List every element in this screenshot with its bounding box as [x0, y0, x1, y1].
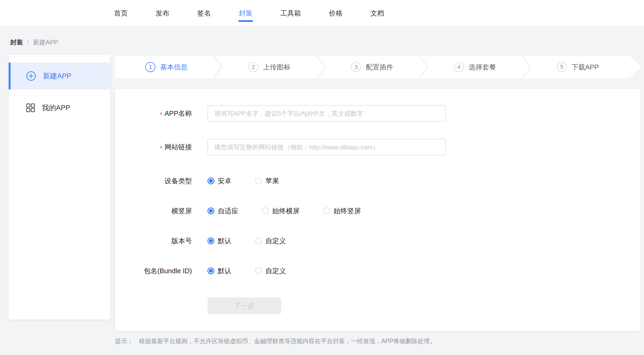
chevron-right-icon [212, 56, 224, 78]
device-type-radio-group: 安卓 苹果 [207, 176, 279, 186]
app-name-input[interactable] [207, 105, 446, 122]
nav-item-toolbox[interactable]: 工具箱 [280, 0, 301, 26]
step-number-badge: 1 [145, 62, 155, 72]
radio-selected-icon [207, 207, 214, 214]
form-row-device-type: 设备类型 安卓 苹果 [115, 177, 641, 185]
radio-android[interactable]: 安卓 [207, 176, 231, 186]
chevron-right-icon [315, 56, 327, 78]
chevron-right-icon [418, 56, 429, 78]
sidebar-item-new-app[interactable]: 新建APP [9, 63, 110, 89]
nav-item-package[interactable]: 封装 [239, 0, 252, 26]
step-number-badge: 5 [557, 62, 567, 72]
next-step-button[interactable]: 下一步 [207, 297, 281, 314]
radio-unselected-icon [262, 207, 269, 214]
site-url-label: * 网站链接 [115, 143, 192, 152]
breadcrumb-root[interactable]: 封装 [10, 38, 23, 47]
required-asterisk: * [160, 143, 162, 152]
sidebar-item-label: 新建APP [43, 71, 71, 81]
form-row-submit: 下一步 [115, 297, 641, 314]
nav-item-home[interactable]: 首页 [114, 0, 128, 26]
bundle-id-radio-group: 默认 自定义 [207, 266, 286, 276]
wizard-step-download-app: 5 下载APP [526, 56, 629, 78]
step-label: 选择套餐 [469, 63, 496, 72]
nav-item-docs[interactable]: 文档 [370, 0, 384, 26]
top-navbar: 首页 发布 签名 封装 工具箱 价格 文档 [0, 0, 644, 27]
main-content: 1 基本信息 2 上传图标 3 配置插件 4 选择套餐 5 下载APP [115, 56, 641, 78]
form-row-version: 版本号 默认 自定义 [115, 237, 641, 245]
sidebar-item-label: 我的APP [42, 103, 70, 113]
radio-always-landscape[interactable]: 始终横屏 [262, 206, 300, 216]
step-number-badge: 3 [351, 62, 361, 72]
radio-version-custom[interactable]: 自定义 [255, 236, 286, 246]
bundle-id-label: 包名(Bundle ID) [115, 266, 192, 276]
step-label: 下载APP [572, 63, 599, 72]
wizard-step-choose-plan: 4 选择套餐 [424, 56, 527, 78]
tip-prefix: 提示： [115, 337, 133, 345]
page: 首页 发布 签名 封装 工具箱 价格 文档 封装 / 新建APP 新建AP [0, 0, 644, 355]
sidebar: 新建APP 我的APP [9, 55, 110, 320]
nav-item-sign[interactable]: 签名 [197, 0, 211, 26]
breadcrumb-current: 新建APP [33, 38, 58, 47]
app-name-label: * APP名称 [115, 109, 192, 118]
radio-always-portrait[interactable]: 始终竖屏 [323, 206, 361, 216]
radio-unselected-icon [323, 207, 330, 214]
radio-unselected-icon [255, 267, 262, 274]
step-label: 上传图标 [263, 63, 290, 72]
wizard-step-configure-plugins: 3 配置插件 [321, 56, 424, 78]
required-asterisk: * [160, 109, 162, 118]
radio-version-default[interactable]: 默认 [207, 236, 231, 246]
step-number-badge: 4 [454, 62, 464, 72]
step-number-badge: 2 [248, 62, 258, 72]
wizard-arrow-cap [629, 56, 641, 78]
radio-bundle-default[interactable]: 默认 [207, 266, 231, 276]
grid-icon [26, 103, 35, 112]
radio-unselected-icon [255, 178, 262, 184]
step-label: 基本信息 [160, 63, 187, 72]
nav-item-pricing[interactable]: 价格 [329, 0, 343, 26]
form-row-site-url: * 网站链接 [115, 139, 641, 155]
breadcrumb-separator: / [27, 39, 29, 46]
step-wizard: 1 基本信息 2 上传图标 3 配置插件 4 选择套餐 5 下载APP [115, 56, 641, 78]
breadcrumb: 封装 / 新建APP [10, 38, 58, 47]
step-label: 配置插件 [366, 63, 393, 72]
radio-ios[interactable]: 苹果 [255, 176, 279, 186]
tip-text: 根据最新平台规则，不允许区块链虚拟币、金融理财类等违规内容在平台封装，一经发现，… [139, 337, 436, 345]
platform-rule-tip: 提示： 根据最新平台规则，不允许区块链虚拟币、金融理财类等违规内容在平台封装，一… [115, 337, 641, 345]
step-wizard-bar: 1 基本信息 2 上传图标 3 配置插件 4 选择套餐 5 下载APP [115, 56, 629, 78]
version-radio-group: 默认 自定义 [207, 236, 286, 246]
form-row-app-name: * APP名称 [115, 105, 641, 122]
radio-unselected-icon [255, 237, 262, 244]
nav-item-publish[interactable]: 发布 [156, 0, 169, 26]
radio-bundle-custom[interactable]: 自定义 [255, 266, 286, 276]
radio-selected-icon [207, 178, 214, 184]
form-row-orientation: 横竖屏 自适应 始终横屏 始终竖屏 [115, 207, 641, 215]
version-label: 版本号 [115, 236, 192, 246]
active-tab-underline [238, 20, 253, 22]
chevron-right-icon [521, 56, 532, 78]
device-type-label: 设备类型 [115, 176, 192, 186]
wizard-step-basic-info: 1 基本信息 [115, 56, 218, 78]
radio-adaptive[interactable]: 自适应 [207, 206, 238, 216]
form-row-bundle-id: 包名(Bundle ID) 默认 自定义 [115, 267, 641, 275]
nav-item-package-label: 封装 [239, 9, 252, 18]
main-nav: 首页 发布 签名 封装 工具箱 价格 文档 [0, 0, 644, 26]
new-app-form-card: * APP名称 * 网站链接 设备类型 [115, 89, 641, 331]
orientation-radio-group: 自适应 始终横屏 始终竖屏 [207, 206, 361, 216]
radio-selected-icon [207, 237, 214, 244]
sidebar-item-my-apps[interactable]: 我的APP [9, 97, 110, 118]
orientation-label: 横竖屏 [115, 206, 192, 216]
radio-selected-icon [207, 267, 214, 274]
site-url-input[interactable] [207, 139, 446, 155]
plus-circle-icon [26, 71, 36, 81]
wizard-step-upload-icon: 2 上传图标 [218, 56, 321, 78]
